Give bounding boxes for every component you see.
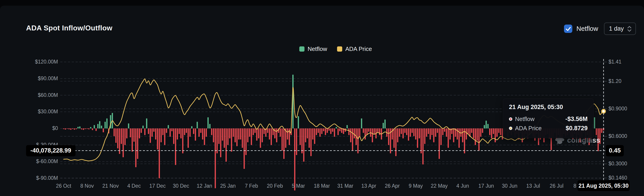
netflow-bar: [296, 128, 297, 155]
date-axis-tick: 4 Dec: [127, 183, 141, 189]
netflow-bar: [320, 128, 321, 137]
netflow-bar: [377, 128, 378, 133]
netflow-bar: [238, 128, 239, 139]
price-axis-tick-label: $1.20: [608, 78, 622, 84]
netflow-bar: [162, 128, 163, 135]
netflow-checkbox[interactable]: [564, 25, 572, 33]
select-chevrons-icon: [627, 26, 632, 32]
netflow-bar: [379, 128, 380, 135]
netflow-bar: [179, 128, 180, 134]
netflow-bar: [339, 128, 340, 131]
netflow-bar: [498, 128, 499, 133]
netflow-bar: [251, 128, 252, 145]
netflow-bar: [361, 119, 362, 128]
netflow-bar: [437, 128, 438, 133]
netflow-bar: [65, 128, 66, 130]
price-point-marker: [602, 110, 605, 113]
netflow-bar: [214, 128, 216, 188]
netflow-bar: [500, 128, 501, 135]
netflow-bar: [85, 128, 86, 129]
netflow-bar: [484, 125, 485, 128]
netflow-bar: [126, 128, 128, 138]
netflow-bar: [316, 128, 317, 135]
netflow-bar: [175, 128, 176, 165]
netflow-bar: [144, 128, 146, 135]
netflow-bar: [406, 128, 407, 135]
netflow-bar: [148, 128, 149, 134]
netflow-bar: [468, 128, 469, 134]
netflow-bar: [438, 128, 440, 159]
netflow-bar: [172, 128, 172, 131]
chart-legend: Netflow ADA Price: [299, 46, 372, 52]
netflow-bar: [234, 128, 236, 142]
netflow-bar: [141, 128, 142, 133]
netflow-bar: [323, 128, 324, 131]
date-axis-tick: 7 Feb: [245, 183, 258, 189]
netflow-axis-tick: $-90.00M: [29, 175, 58, 181]
netflow-bar: [303, 128, 304, 162]
netflow-bar: [157, 128, 158, 149]
netflow-bar: [359, 128, 360, 137]
netflow-bar: [453, 128, 454, 142]
netflow-bar: [152, 128, 152, 137]
netflow-bar: [287, 128, 288, 139]
netflow-bar: [247, 128, 248, 142]
netflow-bar: [186, 128, 187, 133]
tooltip-netflow-value: -$3.56M: [565, 116, 588, 123]
netflow-bar: [137, 128, 138, 159]
netflow-bar: [146, 119, 147, 128]
netflow-bar: [256, 128, 257, 141]
netflow-bar: [166, 128, 167, 133]
netflow-bar: [413, 128, 414, 136]
ada-price-marker-icon: [509, 127, 512, 130]
interval-select-value: 1 day: [609, 25, 624, 32]
netflow-bar: [68, 128, 70, 129]
netflow-bar: [150, 128, 151, 143]
legend-label-ada-price: ADA Price: [345, 46, 372, 52]
tooltip-ada-price-label: ADA Price: [515, 125, 542, 132]
netflow-bar: [330, 128, 332, 134]
netflow-bar: [134, 128, 134, 142]
date-axis-tick: 31 Mar: [337, 183, 354, 189]
netflow-bar: [464, 128, 465, 153]
netflow-bar: [308, 128, 310, 148]
netflow-bar: [222, 128, 223, 141]
netflow-bar: [81, 128, 82, 129]
netflow-bar: [460, 128, 461, 137]
netflow-bar: [363, 128, 364, 133]
date-axis-tick: 30 Dec: [173, 183, 189, 189]
legend-item-ada-price[interactable]: ADA Price: [337, 46, 372, 52]
date-axis-tick: 5 Mar: [292, 183, 305, 189]
tooltip-date: 21 Aug 2025, 05:30: [509, 104, 588, 111]
netflow-bar: [132, 128, 133, 152]
date-axis-tick: 22 May: [431, 183, 448, 189]
netflow-bar: [450, 128, 450, 139]
netflow-bar: [254, 128, 256, 133]
legend-item-netflow[interactable]: Netflow: [299, 46, 327, 52]
netflow-bar: [298, 116, 299, 128]
netflow-bar: [282, 128, 283, 150]
date-axis-tick: 26 Jul: [550, 183, 563, 189]
netflow-bar: [271, 128, 272, 145]
tooltip-ada-price-value: $0.8729: [566, 125, 588, 132]
netflow-bar: [314, 128, 315, 144]
date-axis-tick: 9 May: [409, 183, 423, 189]
netflow-bar: [338, 128, 339, 135]
tooltip-row-netflow: Netflow -$3.56M: [509, 116, 588, 123]
netflow-bar: [596, 128, 597, 135]
date-axis-tick: 20 Feb: [267, 183, 283, 189]
netflow-bar: [274, 128, 276, 138]
netflow-bar: [374, 128, 375, 134]
netflow-bar: [493, 128, 494, 134]
date-axis-tick: 26 Oct: [56, 183, 71, 189]
netflow-bar: [383, 123, 384, 128]
netflow-bar: [348, 128, 350, 135]
netflow-bar: [224, 128, 225, 148]
netflow-swatch-icon: [299, 46, 304, 52]
legend-label-netflow: Netflow: [308, 46, 327, 52]
interval-select[interactable]: 1 day: [604, 23, 636, 35]
netflow-bar: [334, 128, 335, 137]
netflow-bar: [408, 128, 409, 141]
netflow-bar: [489, 128, 490, 135]
netflow-bar: [269, 128, 270, 139]
